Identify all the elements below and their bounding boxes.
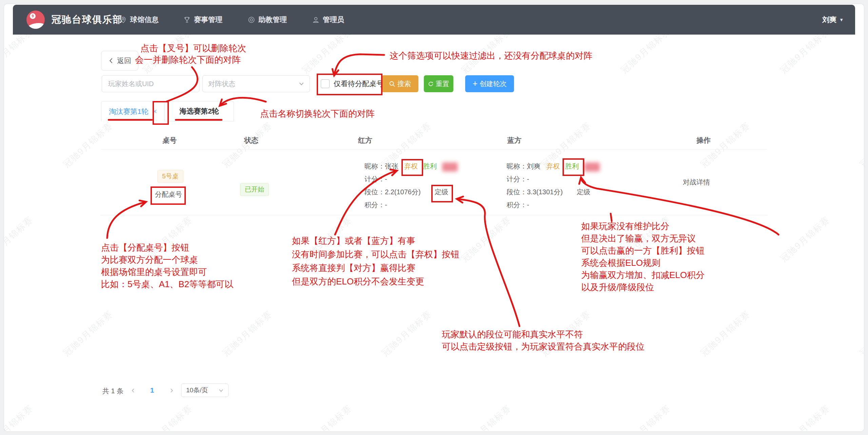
red-rank: 段位：2.2(1076分) (364, 187, 421, 197)
plus-icon: + (472, 79, 477, 88)
user-name: 刘爽 (822, 15, 836, 24)
col-header-status: 状态 (244, 136, 258, 145)
chevron-down-icon: ▼ (839, 17, 844, 22)
blue-win-button[interactable]: 胜利 (565, 162, 579, 171)
table-header-divider (101, 149, 767, 150)
annotation-grade-tip: 玩家默认的段位可能和真实水平不符 可以点击定级按钮，为玩家设置符合真实水平的段位 (442, 328, 645, 353)
table-number-tag: 5号桌 (157, 170, 183, 183)
status-badge: 已开始 (240, 183, 269, 196)
col-header-blue: 蓝方 (507, 136, 521, 145)
logo-stripe (26, 21, 45, 29)
annotation-delete-round: 点击【叉号】可以删除轮次 会一并删除轮次下面的对阵 (140, 42, 246, 65)
redacted-block (442, 162, 458, 172)
annotation-switch-round: 点击名称切换轮次下面的对阵 (260, 107, 375, 120)
search-button-label: 搜索 (397, 79, 411, 88)
select-placeholder: 对阵状态 (208, 79, 235, 88)
red-forfeit-button[interactable]: 弃权 (404, 162, 418, 171)
redacted-block (584, 162, 600, 172)
search-button[interactable]: 搜索 (381, 75, 418, 92)
page-number[interactable]: 1 (150, 387, 154, 394)
refresh-icon (428, 81, 434, 87)
blue-points: 积分：- (507, 200, 529, 210)
red-win-button[interactable]: 胜利 (423, 162, 437, 171)
table-row-divider (101, 215, 767, 215)
page-size-value: 10条/页 (186, 386, 208, 395)
round-tabs: 淘汰赛第1轮 × 海选赛第2轮 (101, 101, 234, 121)
col-header-red: 红方 (358, 136, 372, 145)
reset-button-label: 重置 (436, 79, 449, 88)
nav-item-admin[interactable]: 管理员 (312, 5, 344, 35)
player-search-input[interactable] (102, 75, 199, 92)
close-icon[interactable]: × (153, 108, 157, 115)
search-icon (389, 81, 395, 87)
pagination-total: 共 1 条 (102, 387, 123, 396)
nav-item-label: 球馆信息 (130, 15, 159, 24)
nav-item-events[interactable]: 赛事管理 (183, 5, 222, 35)
create-round-label: 创建轮次 (480, 79, 507, 88)
logo-number: 9 (30, 13, 36, 19)
match-detail-link[interactable]: 对战详情 (683, 178, 710, 187)
annotation-forfeit-tip: 如果【红方】或者【蓝方】有事 没有时间参加比赛，可以点击【弃权】按钮 系统将直接… (292, 234, 459, 288)
app-title: 冠驰台球俱乐部 (52, 5, 123, 35)
red-score: 计分：- (364, 175, 387, 184)
nav-item-venue[interactable]: 球馆信息 (119, 5, 159, 35)
nav-item-label: 助教管理 (258, 15, 287, 24)
col-header-action: 操作 (696, 136, 711, 145)
match-status-select[interactable]: 对阵状态 (202, 75, 310, 92)
checkbox-icon[interactable] (321, 79, 330, 88)
person-icon (312, 16, 320, 24)
back-button-label: 返回 (117, 56, 131, 65)
chevron-left-icon (108, 58, 114, 64)
tab-round-2[interactable]: 海选赛第2轮 (165, 101, 234, 121)
tab-label: 海选赛第2轮 (179, 106, 219, 116)
assign-table-button[interactable]: 分配桌号 (155, 190, 182, 199)
blue-grade-button[interactable]: 定级 (577, 187, 590, 197)
location-pin-icon (119, 16, 127, 24)
nav-item-label: 赛事管理 (194, 15, 222, 24)
prev-page-button[interactable]: ‹ (132, 387, 135, 393)
blue-score: 计分：- (507, 175, 529, 184)
red-points: 积分：- (364, 200, 387, 210)
annotation-filter-tip: 这个筛选项可以快速过滤出，还没有分配球桌的对阵 (390, 50, 592, 62)
create-round-button[interactable]: + 创建轮次 (465, 75, 514, 92)
nav-item-label: 管理员 (323, 15, 344, 24)
tab-label: 淘汰赛第1轮 (109, 107, 149, 116)
reset-button[interactable]: 重置 (424, 75, 453, 92)
red-nickname: 昵称：张张 (364, 162, 398, 171)
checkbox-label: 仅看待分配桌号 (334, 79, 383, 88)
unassigned-filter-checkbox[interactable]: 仅看待分配桌号 (321, 75, 383, 92)
blue-nickname: 昵称：刘爽 (507, 162, 540, 171)
annotation-assign-table: 点击【分配桌号】按钮 为比赛双方分配一个球桌 根据场馆里的桌号设置即可 比如：5… (101, 241, 233, 290)
nav-item-coaches[interactable]: 助教管理 (248, 5, 287, 35)
page-size-select[interactable]: 10条/页 (181, 383, 229, 397)
chevron-down-icon (219, 389, 223, 392)
chevron-down-icon (299, 82, 304, 86)
page: 冠驰9月锦标赛冠驰9月锦标赛冠驰9月锦标赛冠驰9月锦标赛冠驰9月锦标赛冠驰9月锦… (0, 0, 868, 435)
red-grade-button[interactable]: 定级 (435, 187, 448, 197)
billiard-ball-logo: 9 (26, 11, 45, 29)
blue-forfeit-button[interactable]: 弃权 (546, 162, 560, 171)
annotation-victory-tip: 如果玩家没有维护比分 但是决出了输赢，双方无异议 可以点击赢的一方【胜利】按钮 … (581, 220, 705, 293)
col-header-table: 桌号 (162, 136, 177, 145)
navbar: 9 冠驰台球俱乐部 球馆信息 赛事管理 助教管理 管理员 刘爽 ▼ (13, 5, 855, 35)
trophy-icon (183, 16, 191, 24)
blue-rank: 段位：3.3(1301分) (507, 187, 563, 197)
next-page-button[interactable]: › (170, 387, 173, 393)
target-icon (248, 16, 255, 24)
back-button[interactable]: 返回 (101, 51, 138, 71)
user-menu[interactable]: 刘爽 ▼ (822, 5, 844, 35)
tab-round-1[interactable]: 淘汰赛第1轮 × (101, 101, 165, 121)
